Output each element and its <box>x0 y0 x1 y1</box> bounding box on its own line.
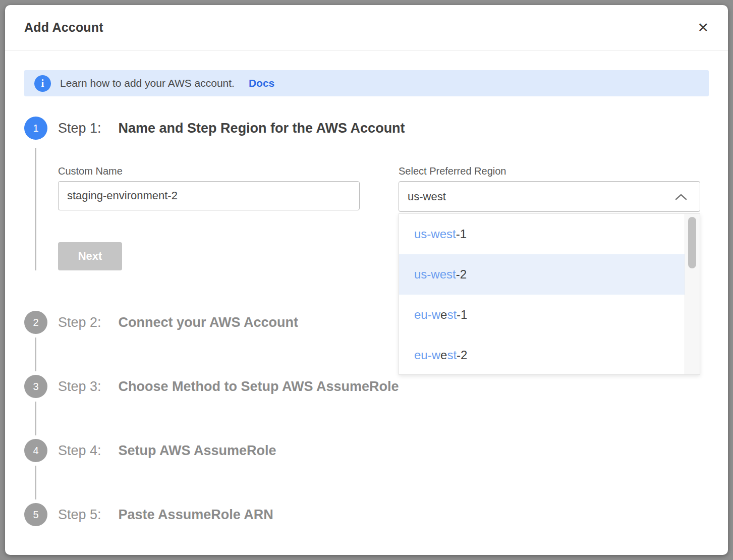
step-1-title: Name and Step Region for the AWS Account <box>119 121 405 136</box>
custom-name-field-group: Custom Name Next <box>58 165 360 270</box>
step-connector-line <box>35 338 36 371</box>
modal-body: i Learn how to add your AWS account. Doc… <box>5 50 728 526</box>
banner-text: Learn how to add your AWS account. <box>60 77 235 89</box>
step-5-prefix: Step 5: <box>58 507 101 523</box>
dropdown-scrollbar[interactable] <box>685 214 700 374</box>
region-select[interactable]: us-west <box>399 181 700 212</box>
step-1-content: Step 1: Name and Step Region for the AWS… <box>58 117 709 270</box>
close-icon[interactable]: ✕ <box>697 21 709 34</box>
step-1-rail: 1 <box>24 117 47 270</box>
modal-header: Add Account ✕ <box>5 5 728 50</box>
step-4-prefix: Step 4: <box>58 443 101 459</box>
step-2-title: Connect your AWS Account <box>119 315 299 330</box>
step-2-prefix: Step 2: <box>58 315 101 330</box>
step-3-prefix: Step 3: <box>58 379 101 395</box>
custom-name-label: Custom Name <box>58 165 360 177</box>
step-4-title: Setup AWS AssumeRole <box>119 443 276 459</box>
region-option-eu-west-2[interactable]: eu-west-2 <box>399 335 685 375</box>
region-select-wrap: us-west <box>399 181 700 212</box>
region-select-value: us-west <box>408 190 446 203</box>
step-3-title: Choose Method to Setup AWS AssumeRole <box>119 379 399 395</box>
region-option-us-west-2[interactable]: us-west-2 <box>399 254 685 295</box>
next-button[interactable]: Next <box>58 242 122 270</box>
custom-name-input[interactable] <box>58 181 360 210</box>
step-5-title: Paste AssumeRole ARN <box>119 507 273 523</box>
option-match-text: st <box>447 308 457 322</box>
option-plain-text: e <box>440 348 447 362</box>
region-label: Select Preferred Region <box>399 165 700 177</box>
step-4-circle: 4 <box>24 439 47 462</box>
option-match-text: us-west <box>414 227 456 241</box>
option-match-text: eu-w <box>414 308 440 322</box>
option-match-text: eu-w <box>414 348 440 362</box>
step-3-circle: 3 <box>24 375 47 398</box>
option-match-text: us-west <box>414 267 456 282</box>
step-5-heading[interactable]: 5 Step 5: Paste AssumeRole ARN <box>24 503 709 526</box>
step-5-circle: 5 <box>24 503 47 526</box>
dropdown-scrollbar-thumb[interactable] <box>688 217 696 268</box>
step-connector-line <box>35 148 36 270</box>
modal-title: Add Account <box>24 20 103 35</box>
step-1-circle: 1 <box>24 117 47 140</box>
step-connector-line <box>35 466 36 499</box>
step-4-heading[interactable]: 4 Step 4: Setup AWS AssumeRole <box>24 439 709 462</box>
option-plain-text: -1 <box>457 308 467 322</box>
step-1-heading: Step 1: Name and Step Region for the AWS… <box>58 117 709 140</box>
option-plain-text: -1 <box>456 227 467 241</box>
step-2-circle: 2 <box>24 311 47 334</box>
info-icon: i <box>34 75 51 92</box>
add-account-modal: Add Account ✕ i Learn how to add your AW… <box>5 5 728 555</box>
step-1-form: Custom Name Next Select Preferred Region… <box>58 165 709 270</box>
chevron-up-icon <box>674 193 688 201</box>
option-plain-text: -2 <box>457 348 467 362</box>
option-plain-text: e <box>440 308 447 322</box>
step-1-prefix: Step 1: <box>58 121 101 136</box>
step-connector-line <box>35 402 36 435</box>
region-option-us-west-1[interactable]: us-west-1 <box>399 214 685 254</box>
docs-link[interactable]: Docs <box>249 77 274 89</box>
region-dropdown: us-west-1 us-west-2 eu-west-1 <box>399 213 700 375</box>
region-field-group: Select Preferred Region us-west <box>399 165 700 270</box>
step-1-section: 1 Step 1: Name and Step Region for the A… <box>24 117 709 311</box>
steps-wizard: 1 Step 1: Name and Step Region for the A… <box>24 117 709 526</box>
region-option-list: us-west-1 us-west-2 eu-west-1 <box>399 214 685 374</box>
option-match-text: st <box>447 348 457 362</box>
info-banner: i Learn how to add your AWS account. Doc… <box>24 70 709 96</box>
region-option-eu-west-1[interactable]: eu-west-1 <box>399 295 685 335</box>
option-plain-text: -2 <box>456 267 467 282</box>
step-3-heading[interactable]: 3 Step 3: Choose Method to Setup AWS Ass… <box>24 375 709 398</box>
